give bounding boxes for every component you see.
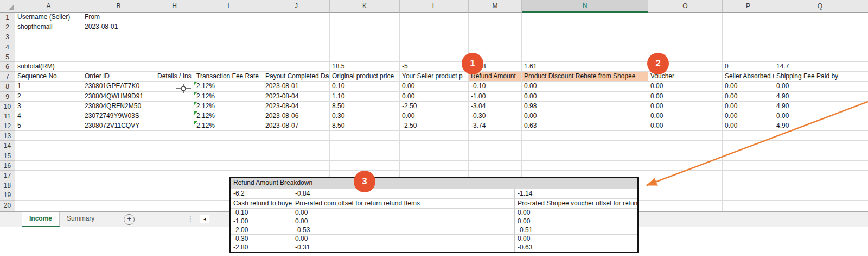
cell-P14[interactable] xyxy=(723,141,774,151)
cell-H16[interactable] xyxy=(155,161,194,171)
cell-A18[interactable] xyxy=(15,180,82,190)
cell-K4[interactable] xyxy=(330,42,400,52)
cell-B15[interactable] xyxy=(82,151,155,161)
cell-Q5[interactable] xyxy=(774,52,866,62)
cell-L5[interactable] xyxy=(400,52,469,62)
cell-Q17[interactable] xyxy=(774,171,866,180)
cell-B1[interactable]: From xyxy=(82,13,155,22)
column-header-A[interactable]: A xyxy=(15,0,82,13)
cell-J5[interactable] xyxy=(263,52,330,62)
cell-L4[interactable] xyxy=(400,42,469,52)
cell-O11[interactable]: 0.00 xyxy=(648,111,723,121)
cell-J15[interactable] xyxy=(263,151,330,161)
cell-J1[interactable] xyxy=(263,13,330,22)
cell-B19[interactable] xyxy=(82,190,155,200)
cell-O13[interactable] xyxy=(648,131,723,141)
column-header-O[interactable]: O xyxy=(648,0,723,13)
cell-L14[interactable] xyxy=(400,141,469,151)
cell-K10[interactable]: 8.50 xyxy=(330,102,400,111)
cell-N14[interactable] xyxy=(522,141,648,151)
cell-N6[interactable]: 1.61 xyxy=(522,62,648,72)
cell-K5[interactable] xyxy=(330,52,400,62)
cell-I11[interactable]: 2.12% xyxy=(194,111,263,121)
row-header-15[interactable]: 15 xyxy=(0,151,15,161)
cell-A5[interactable] xyxy=(15,52,82,62)
cell-I12[interactable]: 2.12% xyxy=(194,121,263,131)
row-header-8[interactable]: 8 xyxy=(0,82,15,91)
cell-P13[interactable] xyxy=(723,131,774,141)
cell-K8[interactable]: 0.10 xyxy=(330,82,400,91)
cell-P12[interactable]: 0.00 xyxy=(723,121,774,131)
cell-B8[interactable]: 230801GPEAT7K0 xyxy=(82,82,155,91)
cell-Q4[interactable] xyxy=(774,42,866,52)
cell-N15[interactable] xyxy=(522,151,648,161)
cell-M8[interactable]: -0.10 xyxy=(469,82,522,91)
cell-H5[interactable] xyxy=(155,52,194,62)
cell-J13[interactable] xyxy=(263,131,330,141)
cell-H17[interactable] xyxy=(155,171,194,180)
row-header-7[interactable]: 7 xyxy=(0,72,15,82)
cell-A11[interactable]: 4 xyxy=(15,111,82,121)
row-header-5[interactable]: 5 xyxy=(0,52,15,62)
cell-I15[interactable] xyxy=(194,151,263,161)
cell-A7[interactable]: Sequence No. xyxy=(15,72,82,82)
cell-P2[interactable] xyxy=(723,22,774,32)
cell-P1[interactable] xyxy=(723,13,774,22)
cell-Q12[interactable]: 4.90 xyxy=(774,121,866,131)
cell-B12[interactable]: 2308072V11CQVY xyxy=(82,121,155,131)
add-sheet-button[interactable]: + xyxy=(124,214,135,225)
cell-A2[interactable]: shopthemall xyxy=(15,22,82,32)
cell-O1[interactable] xyxy=(648,13,723,22)
cell-Q1[interactable] xyxy=(774,13,866,22)
cell-B3[interactable] xyxy=(82,32,155,42)
cell-L10[interactable]: -2.50 xyxy=(400,102,469,111)
cell-N1[interactable] xyxy=(522,13,648,22)
cell-J10[interactable]: 2023-08-04 xyxy=(263,102,330,111)
cell-H4[interactable] xyxy=(155,42,194,52)
cell-A15[interactable] xyxy=(15,151,82,161)
cell-N3[interactable] xyxy=(522,32,648,42)
cell-P16[interactable] xyxy=(723,161,774,171)
cell-K9[interactable]: 1.10 xyxy=(330,92,400,102)
cell-O16[interactable] xyxy=(648,161,723,171)
cell-O10[interactable]: 0.00 xyxy=(648,102,723,111)
cell-I13[interactable] xyxy=(194,131,263,141)
cell-P7[interactable]: Seller Absorbed Coin xyxy=(723,72,774,82)
column-header-K[interactable]: K xyxy=(330,0,400,13)
cell-Q9[interactable]: 4.90 xyxy=(774,92,866,102)
column-header-L[interactable]: L xyxy=(400,0,469,13)
cell-I14[interactable] xyxy=(194,141,263,151)
tab-income[interactable]: Income xyxy=(22,212,60,227)
cell-H12[interactable] xyxy=(155,121,194,131)
row-header-14[interactable]: 14 xyxy=(0,141,15,151)
row-header-11[interactable]: 11 xyxy=(0,111,15,121)
cell-H20[interactable] xyxy=(155,201,194,210)
column-header-Q[interactable]: Q xyxy=(774,0,866,13)
cell-Q18[interactable] xyxy=(774,180,866,190)
cell-L8[interactable]: 0.00 xyxy=(400,82,469,91)
cell-H11[interactable] xyxy=(155,111,194,121)
cell-O9[interactable]: 0.00 xyxy=(648,92,723,102)
cell-M10[interactable]: -3.04 xyxy=(469,102,522,111)
cell-O8[interactable]: 0.00 xyxy=(648,82,723,91)
cell-Q7[interactable]: Shipping Fee Paid by xyxy=(774,72,866,82)
cell-B14[interactable] xyxy=(82,141,155,151)
cell-O17[interactable] xyxy=(648,171,723,180)
cell-H3[interactable] xyxy=(155,32,194,42)
cell-A17[interactable] xyxy=(15,171,82,180)
row-header-17[interactable]: 17 xyxy=(0,171,15,180)
column-header-J[interactable]: J xyxy=(263,0,330,13)
cell-M9[interactable]: -1.00 xyxy=(469,92,522,102)
cell-N7[interactable]: Product Discount Rebate from Shopee xyxy=(522,72,648,82)
cell-Q6[interactable]: 14.7 xyxy=(774,62,866,72)
cell-P19[interactable] xyxy=(723,190,774,200)
cell-J3[interactable] xyxy=(263,32,330,42)
cell-H19[interactable] xyxy=(155,190,194,200)
cell-B5[interactable] xyxy=(82,52,155,62)
cell-M16[interactable] xyxy=(469,161,522,171)
cell-L9[interactable]: 0.00 xyxy=(400,92,469,102)
cell-B2[interactable]: 2023-08-01 xyxy=(82,22,155,32)
cell-Q13[interactable] xyxy=(774,131,866,141)
column-header-M[interactable]: M xyxy=(469,0,522,13)
cell-N12[interactable]: 0.63 xyxy=(522,121,648,131)
